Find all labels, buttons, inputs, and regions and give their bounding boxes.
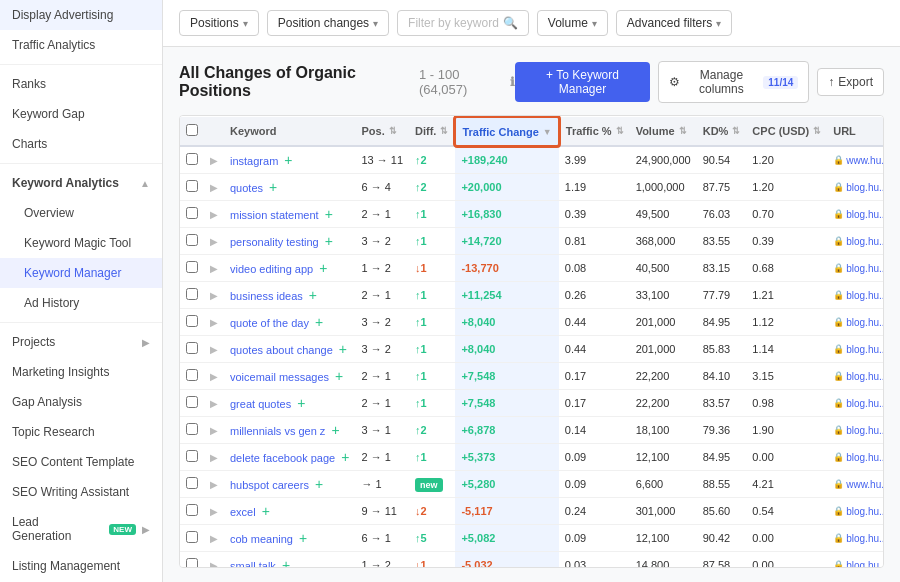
keyword-link[interactable]: personality testing	[230, 236, 319, 248]
row-expand-cell[interactable]: ▶	[204, 228, 224, 255]
url-link[interactable]: blog.hu...dea	[846, 290, 884, 301]
th-keyword[interactable]: Keyword	[224, 117, 355, 146]
add-keyword-icon[interactable]: +	[339, 341, 347, 357]
row-expand-cell[interactable]: ▶	[204, 471, 224, 498]
keyword-link[interactable]: small talk	[230, 560, 276, 568]
sidebar-item-marketing-insights[interactable]: Marketing Insights	[0, 357, 162, 387]
th-cpc[interactable]: CPC (USD)⇅	[746, 117, 827, 146]
manage-columns-button[interactable]: ⚙ Manage columns 11/14	[658, 61, 810, 103]
add-keyword-icon[interactable]: +	[315, 314, 323, 330]
sidebar-item-keyword-magic-tool[interactable]: Keyword Magic Tool	[0, 228, 162, 258]
sidebar-item-projects[interactable]: Projects ▶	[0, 327, 162, 357]
sidebar-item-seo-writing-assistant[interactable]: SEO Writing Assistant	[0, 477, 162, 507]
add-keyword-icon[interactable]: +	[299, 530, 307, 546]
add-keyword-icon[interactable]: +	[297, 395, 305, 411]
keyword-search[interactable]: Filter by keyword 🔍	[397, 10, 529, 36]
url-link[interactable]: blog.hu...tips	[846, 506, 884, 517]
add-keyword-icon[interactable]: +	[325, 233, 333, 249]
row-expand-cell[interactable]: ▶	[204, 498, 224, 525]
add-keyword-icon[interactable]: +	[319, 260, 327, 276]
position-changes-filter[interactable]: Position changes ▾	[267, 10, 389, 36]
keyword-link[interactable]: business ideas	[230, 290, 303, 302]
row-checkbox[interactable]	[186, 234, 198, 246]
to-keyword-manager-button[interactable]: + To Keyword Manager	[515, 62, 649, 102]
keyword-link[interactable]: quote of the day	[230, 317, 309, 329]
keyword-link[interactable]: hubspot careers	[230, 479, 309, 491]
url-link[interactable]: blog.hu...est	[846, 236, 884, 247]
row-expand-cell[interactable]: ▶	[204, 552, 224, 569]
row-expand-cell[interactable]: ▶	[204, 390, 224, 417]
add-keyword-icon[interactable]: +	[262, 503, 270, 519]
advanced-filters[interactable]: Advanced filters ▾	[616, 10, 732, 36]
sidebar-item-listing-management[interactable]: Listing Management	[0, 551, 162, 581]
row-checkbox[interactable]	[186, 477, 198, 489]
keyword-link[interactable]: quotes	[230, 182, 263, 194]
row-expand-cell[interactable]: ▶	[204, 146, 224, 174]
row-checkbox[interactable]	[186, 396, 198, 408]
add-keyword-icon[interactable]: +	[269, 179, 277, 195]
row-checkbox[interactable]	[186, 558, 198, 568]
volume-filter[interactable]: Volume ▾	[537, 10, 608, 36]
row-expand-cell[interactable]: ▶	[204, 363, 224, 390]
url-link[interactable]: blog.hu...app	[846, 263, 884, 274]
row-checkbox[interactable]	[186, 153, 198, 165]
export-button[interactable]: ↑ Export	[817, 68, 884, 96]
add-keyword-icon[interactable]: +	[282, 557, 290, 568]
sidebar-item-keyword-gap[interactable]: Keyword Gap	[0, 99, 162, 129]
sidebar-item-keyword-manager[interactable]: Keyword Manager	[0, 258, 162, 288]
row-checkbox[interactable]	[186, 261, 198, 273]
url-link[interactable]: www.hu.../all	[846, 479, 884, 490]
keyword-link[interactable]: millennials vs gen z	[230, 425, 325, 437]
row-expand-cell[interactable]: ▶	[204, 525, 224, 552]
sidebar-item-charts[interactable]: Charts	[0, 129, 162, 159]
url-link[interactable]: blog.hu...ote	[846, 398, 884, 409]
url-link[interactable]: blog.hu...ent	[846, 209, 884, 220]
row-expand-cell[interactable]: ▶	[204, 282, 224, 309]
select-all-checkbox[interactable]	[186, 124, 198, 136]
url-link[interactable]: blog.hu...uidi	[846, 560, 884, 569]
row-expand-cell[interactable]: ▶	[204, 417, 224, 444]
row-checkbox[interactable]	[186, 504, 198, 516]
row-expand-cell[interactable]: ▶	[204, 255, 224, 282]
keyword-link[interactable]: video editing app	[230, 263, 313, 275]
sidebar-item-ranks[interactable]: Ranks	[0, 69, 162, 99]
sidebar-item-traffic-analytics[interactable]: Traffic Analytics	[0, 30, 162, 60]
add-keyword-icon[interactable]: +	[309, 287, 317, 303]
url-link[interactable]: blog.hu...boc	[846, 452, 884, 463]
row-checkbox[interactable]	[186, 342, 198, 354]
keyword-link[interactable]: instagram	[230, 155, 278, 167]
th-pos[interactable]: Pos.⇅	[355, 117, 409, 146]
row-checkbox[interactable]	[186, 423, 198, 435]
th-volume[interactable]: Volume⇅	[630, 117, 697, 146]
keyword-link[interactable]: cob meaning	[230, 533, 293, 545]
add-keyword-icon[interactable]: +	[325, 206, 333, 222]
keyword-link[interactable]: excel	[230, 506, 256, 518]
url-link[interactable]: blog.hu...en-	[846, 425, 884, 436]
sidebar-item-seo-content-template[interactable]: SEO Content Template	[0, 447, 162, 477]
url-link[interactable]: blog.hu...ang	[846, 344, 884, 355]
add-keyword-icon[interactable]: +	[341, 449, 349, 465]
row-expand-cell[interactable]: ▶	[204, 309, 224, 336]
url-link[interactable]: blog.hu...list	[846, 317, 884, 328]
sidebar-item-lead-generation[interactable]: Lead Generation NEW ▶	[0, 507, 162, 551]
url-link[interactable]: blog.hu...ing	[846, 371, 884, 382]
row-expand-cell[interactable]: ▶	[204, 174, 224, 201]
url-link[interactable]: blog.hu...ote	[846, 182, 884, 193]
row-checkbox[interactable]	[186, 369, 198, 381]
add-keyword-icon[interactable]: +	[331, 422, 339, 438]
th-traffic-pct[interactable]: Traffic %⇅	[559, 117, 630, 146]
sidebar-item-topic-research[interactable]: Topic Research	[0, 417, 162, 447]
keyword-link[interactable]: mission statement	[230, 209, 319, 221]
sidebar-item-ad-history[interactable]: Ad History	[0, 288, 162, 318]
th-diff[interactable]: Diff.⇅	[409, 117, 455, 146]
th-traffic-change[interactable]: Traffic Change ▼	[455, 117, 558, 146]
add-keyword-icon[interactable]: +	[335, 368, 343, 384]
keyword-link[interactable]: quotes about change	[230, 344, 333, 356]
row-checkbox[interactable]	[186, 315, 198, 327]
keyword-link[interactable]: great quotes	[230, 398, 291, 410]
sidebar-item-display-advertising[interactable]: Display Advertising	[0, 0, 162, 30]
add-keyword-icon[interactable]: +	[284, 152, 292, 168]
sidebar-keyword-analytics-header[interactable]: Keyword Analytics ▲	[0, 168, 162, 198]
row-checkbox[interactable]	[186, 207, 198, 219]
keyword-link[interactable]: voicemail messages	[230, 371, 329, 383]
